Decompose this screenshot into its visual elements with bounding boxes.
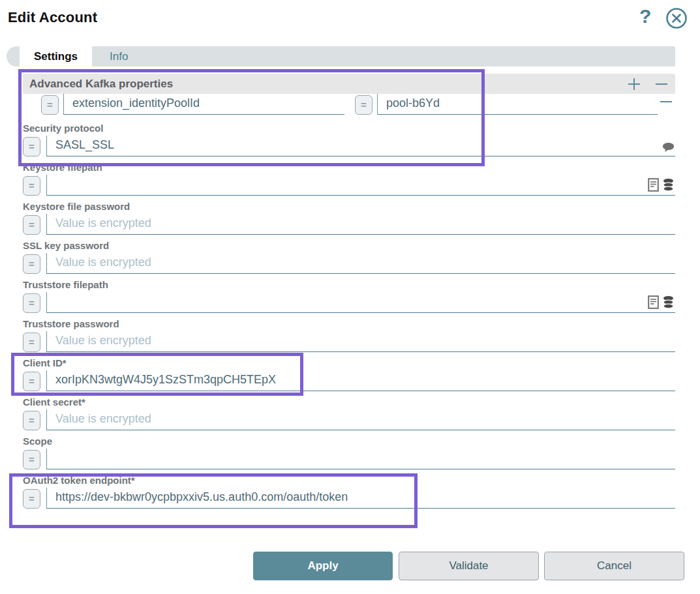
- field-label: Truststore password: [23, 318, 675, 331]
- field-label: OAuth2 token endpoint*: [23, 475, 675, 487]
- expression-toggle-button[interactable]: =: [23, 176, 40, 196]
- expression-toggle-button[interactable]: =: [23, 137, 40, 156]
- field-label: Keystore file password: [23, 201, 675, 213]
- file-icon[interactable]: [648, 178, 659, 192]
- expression-toggle-button[interactable]: =: [23, 254, 40, 274]
- plus-icon: [627, 77, 641, 91]
- expression-toggle-button[interactable]: =: [23, 215, 40, 235]
- field-scope: Scope =: [23, 436, 675, 469]
- expression-toggle-button[interactable]: =: [23, 293, 40, 313]
- field-label: Client ID*: [23, 357, 675, 370]
- oauth2-token-endpoint-input[interactable]: [46, 488, 675, 509]
- add-property-button[interactable]: [627, 77, 641, 91]
- expression-toggle-button[interactable]: =: [23, 450, 40, 469]
- expression-toggle-button[interactable]: =: [23, 333, 40, 352]
- field-truststore-password: Truststore password =: [23, 318, 675, 352]
- collapse-section-button[interactable]: [654, 77, 669, 91]
- client-secret-input[interactable]: [46, 409, 675, 430]
- help-icon[interactable]: ?: [639, 5, 651, 27]
- validate-button[interactable]: Validate: [399, 552, 539, 580]
- cancel-button[interactable]: Cancel: [544, 552, 684, 580]
- tab-settings[interactable]: Settings: [20, 46, 92, 67]
- tab-info-label: Info: [110, 50, 128, 63]
- truststore-filepath-input[interactable]: [46, 292, 675, 313]
- field-label: Truststore filepath: [23, 279, 675, 291]
- tab-info[interactable]: Info: [95, 46, 142, 67]
- comment-icon[interactable]: [662, 142, 675, 153]
- field-security-protocol: Security protocol =: [23, 123, 675, 156]
- remove-property-button[interactable]: [659, 95, 673, 109]
- scope-input[interactable]: [46, 449, 675, 469]
- file-icon[interactable]: [648, 295, 659, 309]
- field-label: Scope: [23, 436, 675, 448]
- keystore-file-password-input[interactable]: [46, 214, 675, 235]
- field-client-secret: Client secret* =: [23, 396, 675, 430]
- field-keystore-filepath: Keystore filepath =: [23, 162, 675, 196]
- ssl-key-password-input[interactable]: [46, 253, 675, 274]
- truststore-password-input[interactable]: [46, 331, 675, 352]
- field-truststore-filepath: Truststore filepath =: [23, 279, 675, 313]
- expression-toggle-button[interactable]: =: [23, 489, 40, 509]
- field-oauth2-token-endpoint: OAuth2 token endpoint* =: [23, 475, 675, 509]
- tab-bar: Settings Info: [7, 46, 675, 67]
- section-header-advanced-kafka: Advanced Kafka properties: [23, 74, 675, 94]
- page-title: Edit Account: [8, 9, 97, 26]
- tab-settings-label: Settings: [34, 50, 78, 63]
- field-label: Keystore filepath: [23, 162, 675, 174]
- apply-button[interactable]: Apply: [253, 552, 393, 580]
- section-title: Advanced Kafka properties: [29, 78, 173, 91]
- field-keystore-file-password: Keystore file password =: [23, 201, 675, 235]
- expression-toggle-button[interactable]: =: [23, 411, 40, 430]
- minus-icon: [654, 77, 669, 91]
- expression-toggle-key-button[interactable]: =: [41, 95, 59, 115]
- field-label: Security protocol: [23, 123, 675, 135]
- database-icon[interactable]: [662, 178, 675, 192]
- close-button[interactable]: [665, 7, 688, 31]
- field-client-id: Client ID* =: [23, 357, 675, 391]
- property-key-input[interactable]: [63, 94, 344, 115]
- security-protocol-input[interactable]: [46, 136, 675, 156]
- expression-toggle-button[interactable]: =: [23, 372, 40, 391]
- database-icon[interactable]: [662, 295, 675, 309]
- expression-toggle-value-button[interactable]: =: [355, 95, 373, 115]
- field-label: SSL key password: [23, 240, 675, 252]
- keystore-filepath-input[interactable]: [46, 175, 675, 196]
- client-id-input[interactable]: [46, 370, 675, 391]
- field-ssl-key-password: SSL key password =: [23, 240, 675, 274]
- property-value-input[interactable]: [377, 94, 658, 115]
- field-label: Client secret*: [23, 396, 675, 409]
- close-icon: [665, 7, 688, 29]
- minus-icon: [659, 95, 673, 109]
